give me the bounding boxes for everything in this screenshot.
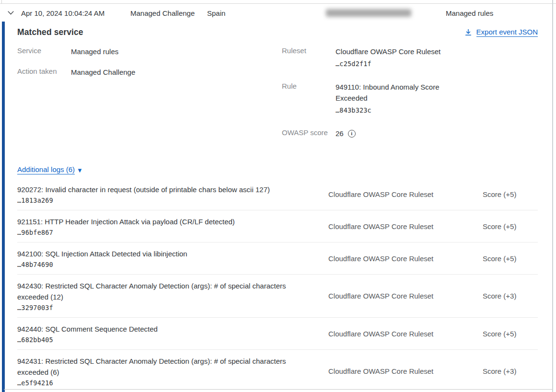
caret-down-icon: ▼ bbox=[77, 167, 83, 173]
field-label: OWASP score bbox=[282, 128, 336, 139]
panel-header: Matched service Export event JSON bbox=[17, 27, 538, 37]
field-label: Ruleset bbox=[282, 46, 336, 69]
field-label: Action taken bbox=[17, 67, 71, 78]
log-score: Score (+5) bbox=[483, 190, 538, 198]
log-score: Score (+5) bbox=[483, 222, 538, 231]
field-service: Service Managed rules bbox=[17, 46, 282, 57]
field-value: Cloudflare OWASP Core Ruleset …c25d2f1f bbox=[336, 46, 452, 69]
log-row: 921151: HTTP Header Injection Attack via… bbox=[17, 210, 538, 242]
info-icon[interactable]: i bbox=[348, 130, 356, 138]
log-ruleset: Cloudflare OWASP Core Ruleset bbox=[328, 190, 483, 198]
log-rule-description: 920272: Invalid character in request (ou… bbox=[17, 184, 317, 195]
log-rule-description: 942100: SQL Injection Attack Detected vi… bbox=[17, 248, 317, 259]
chevron-down-icon[interactable] bbox=[7, 9, 15, 17]
field-value: Managed rules bbox=[71, 46, 118, 57]
download-icon bbox=[464, 29, 472, 36]
event-country: Spain bbox=[207, 9, 225, 17]
matched-service-panel: Matched service Export event JSON Servic… bbox=[0, 22, 552, 392]
fields-column-left: Service Managed rules Action taken Manag… bbox=[17, 46, 282, 151]
log-score: Score (+3) bbox=[483, 292, 538, 300]
field-label: Service bbox=[17, 46, 71, 57]
log-score: Score (+5) bbox=[483, 330, 538, 338]
additional-logs-table: 920272: Invalid character in request (ou… bbox=[17, 181, 538, 392]
rule-name: 949110: Inbound Anomaly Score Exceeded bbox=[336, 81, 452, 104]
export-event-json-button[interactable]: Export event JSON bbox=[464, 28, 538, 37]
matched-service-fields: Service Managed rules Action taken Manag… bbox=[17, 46, 538, 151]
log-rule-id: …96bfe867 bbox=[17, 229, 317, 236]
table-left-border bbox=[1, 0, 2, 4]
log-rule-id: …682bb405 bbox=[17, 336, 317, 344]
log-rule-id: …1813a269 bbox=[17, 196, 317, 204]
log-ruleset: Cloudflare OWASP Core Ruleset bbox=[328, 367, 483, 375]
log-ruleset: Cloudflare OWASP Core Ruleset bbox=[328, 254, 483, 263]
event-timestamp: Apr 10, 2024 10:04:24 AM bbox=[21, 9, 104, 17]
additional-logs-label: Additional logs (6) bbox=[17, 165, 75, 174]
log-rule-id: …48b74690 bbox=[17, 261, 317, 268]
additional-logs-toggle[interactable]: Additional logs (6) ▼ bbox=[17, 165, 83, 174]
log-row: 942100: SQL Injection Attack Detected vi… bbox=[17, 242, 538, 275]
field-rule: Rule 949110: Inbound Anomaly Score Excee… bbox=[282, 81, 538, 116]
log-score: Score (+3) bbox=[483, 367, 538, 375]
ruleset-name: Cloudflare OWASP Core Ruleset bbox=[336, 46, 452, 57]
field-value: 949110: Inbound Anomaly Score Exceeded …… bbox=[336, 81, 452, 116]
log-row: 942430: Restricted SQL Character Anomaly… bbox=[17, 275, 538, 318]
security-event-details-screen: Apr 10, 2024 10:04:24 AM Managed Challen… bbox=[0, 0, 556, 392]
field-value: Managed Challenge bbox=[71, 67, 135, 78]
owasp-score-value: 26 bbox=[336, 128, 344, 139]
field-owasp-score: OWASP score 26 i bbox=[282, 128, 538, 139]
log-ruleset: Cloudflare OWASP Core Ruleset bbox=[328, 222, 483, 231]
log-rule-id: …e5f94216 bbox=[17, 379, 317, 387]
log-rule-id: …3297003f bbox=[17, 304, 317, 311]
event-service: Managed rules bbox=[446, 9, 493, 17]
ruleset-id: …c25d2f1f bbox=[336, 58, 452, 69]
event-summary-row[interactable]: Apr 10, 2024 10:04:24 AM Managed Challen… bbox=[0, 4, 552, 22]
rule-id: …843b323c bbox=[336, 105, 452, 116]
panel-bottom-border bbox=[4, 389, 552, 390]
field-value: 26 i bbox=[336, 128, 452, 139]
log-rule-description: 942431: Restricted SQL Character Anomaly… bbox=[17, 356, 317, 378]
previous-row-divider bbox=[0, 0, 556, 4]
field-ruleset: Ruleset Cloudflare OWASP Core Ruleset …c… bbox=[282, 46, 538, 69]
fields-column-right: Ruleset Cloudflare OWASP Core Ruleset …c… bbox=[282, 46, 538, 151]
log-row: 920272: Invalid character in request (ou… bbox=[17, 181, 538, 210]
log-rule-description: 942440: SQL Comment Sequence Detected bbox=[17, 323, 317, 334]
log-ruleset: Cloudflare OWASP Core Ruleset bbox=[328, 330, 483, 338]
field-label: Rule bbox=[282, 81, 336, 116]
log-rule-description: 921151: HTTP Header Injection Attack via… bbox=[17, 216, 317, 227]
log-rule-description: 942430: Restricted SQL Character Anomaly… bbox=[17, 280, 317, 302]
panel-title: Matched service bbox=[17, 27, 83, 37]
export-event-json-label: Export event JSON bbox=[476, 28, 538, 37]
table-right-border bbox=[552, 0, 553, 392]
log-row: 942440: SQL Comment Sequence Detected …6… bbox=[17, 318, 538, 350]
redacted-hostname bbox=[326, 9, 411, 17]
event-action-taken: Managed Challenge bbox=[130, 9, 195, 17]
log-ruleset: Cloudflare OWASP Core Ruleset bbox=[328, 292, 483, 300]
log-row: 942431: Restricted SQL Character Anomaly… bbox=[17, 350, 538, 392]
log-score: Score (+5) bbox=[483, 254, 538, 263]
field-action-taken: Action taken Managed Challenge bbox=[17, 67, 282, 78]
